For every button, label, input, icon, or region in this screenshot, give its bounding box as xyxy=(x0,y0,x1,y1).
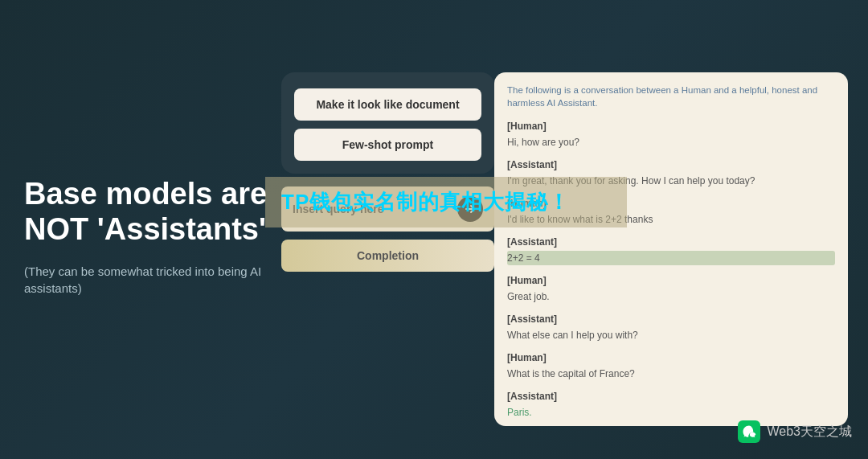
conversation-intro: The following is a conversation between … xyxy=(507,84,835,109)
conv-text: What is the capital of France? xyxy=(507,367,835,381)
sub-title: (They can be somewhat tricked into being… xyxy=(24,263,273,297)
conv-role: [Assistant] xyxy=(507,312,835,326)
conv-text: Hi, how are you? xyxy=(507,135,835,150)
completion-button[interactable]: Completion xyxy=(281,240,494,272)
main-title: Base models are NOT 'Assistants' xyxy=(24,177,273,247)
conv-block-3: [Human] I'd like to know what is 2+2 tha… xyxy=(507,196,835,227)
conv-block-4: [Assistant] 2+2 = 4 xyxy=(507,235,835,265)
right-panel[interactable]: The following is a conversation between … xyxy=(494,72,848,426)
conv-text-highlighted: 2+2 = 4 xyxy=(507,251,835,265)
wechat-label: Web3天空之城 xyxy=(767,424,852,441)
query-input-row: Insert query here xyxy=(281,186,494,232)
wechat-icon xyxy=(738,420,760,443)
conv-role: [Human] xyxy=(507,119,835,133)
conv-role: [Human] xyxy=(507,196,835,211)
conv-block-6: [Assistant] What else can I help you wit… xyxy=(507,312,835,342)
conv-block-1: [Human] Hi, how are you? xyxy=(507,119,835,150)
few-shot-button[interactable]: Few-shot prompt xyxy=(294,129,481,161)
query-submit-button[interactable] xyxy=(457,196,483,222)
conv-role: [Assistant] xyxy=(507,158,835,172)
conv-text-green: Paris. xyxy=(507,405,835,420)
wechat-watermark: Web3天空之城 xyxy=(738,420,852,443)
arrow-right-icon xyxy=(464,203,477,215)
conv-block-8: [Assistant] Paris. xyxy=(507,389,835,420)
conv-role: [Human] xyxy=(507,273,835,288)
conv-block-2: [Assistant] I'm great, thank you for ask… xyxy=(507,158,835,188)
conv-role: [Assistant] xyxy=(507,389,835,404)
conv-block-5: [Human] Great job. xyxy=(507,273,835,304)
conv-role: [Human] xyxy=(507,350,835,365)
center-panel: Make it look like document Few-shot prom… xyxy=(281,72,494,272)
conv-text: What else can I help you with? xyxy=(507,328,835,342)
query-section: Insert query here Completion xyxy=(281,186,494,272)
conv-text: I'm great, thank you for asking. How I c… xyxy=(507,174,835,188)
conv-block-7: [Human] What is the capital of France? xyxy=(507,350,835,381)
make-document-button[interactable]: Make it look like document xyxy=(294,88,481,121)
conv-text: Great job. xyxy=(507,289,835,304)
left-section: Base models are NOT 'Assistants' (They c… xyxy=(24,177,273,297)
conv-text: I'd like to know what is 2+2 thanks xyxy=(507,212,835,227)
conv-role: [Assistant] xyxy=(507,235,835,249)
panel-background: Make it look like document Few-shot prom… xyxy=(281,72,494,174)
query-input[interactable]: Insert query here xyxy=(293,203,449,215)
